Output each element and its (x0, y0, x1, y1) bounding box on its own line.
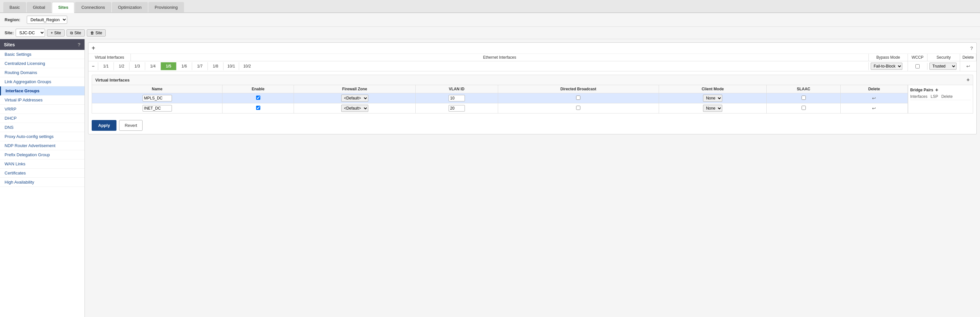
vi-firewall-zone-cell-1: <Default> (294, 93, 415, 103)
vi-undo-icon-1[interactable]: ↩ (872, 95, 876, 101)
sidebar-item-vrrp[interactable]: VRRP (0, 105, 84, 114)
port-1-2-button[interactable]: 1/2 (114, 62, 129, 70)
security-header-label: Security (928, 54, 960, 61)
sidebar-item-wan-links[interactable]: WAN Links (0, 160, 84, 169)
add-site-button[interactable]: + Site (47, 29, 65, 36)
vi-header-row: Virtual Interfaces + (92, 74, 973, 85)
port-1-1-button[interactable]: 1/1 (98, 62, 114, 70)
bridge-pairs-col-lsp: LSP (931, 94, 938, 99)
tab-optimization[interactable]: Optimization (112, 2, 148, 13)
port-1-7-button[interactable]: 1/7 (192, 62, 208, 70)
revert-button[interactable]: Revert (119, 120, 143, 131)
add-virtual-interface-button[interactable]: + (967, 77, 970, 83)
vi-vlan-id-input-1[interactable] (449, 95, 465, 101)
port-1-8-button[interactable]: 1/8 (208, 62, 223, 70)
add-bridge-pair-button[interactable]: + (935, 87, 938, 93)
tab-global[interactable]: Global (27, 2, 51, 13)
vi-slaac-cell-2 (767, 103, 841, 114)
vi-directed-broadcast-checkbox-1[interactable] (576, 95, 581, 100)
wccp-checkbox[interactable] (915, 64, 920, 68)
sidebar-item-prefix-delegation-group[interactable]: Prefix Delegation Group (0, 151, 84, 160)
sidebar-item-high-availability[interactable]: High Availability (0, 178, 84, 187)
vi-combined: Name Enable Firewall Zone VLAN ID Direct… (92, 85, 973, 114)
sidebar-item-ndp-router-advertisement[interactable]: NDP Router Advertisement (0, 141, 84, 151)
top-navigation: Basic Global Sites Connections Optimizat… (0, 0, 980, 13)
vi-delete-cell-1: ↩ (840, 93, 908, 103)
vi-name-input-1[interactable] (143, 95, 172, 101)
col-firewall-zone: Firewall Zone (294, 85, 415, 93)
vi-enable-cell-2 (223, 103, 294, 114)
port-1-4-button[interactable]: 1/4 (145, 62, 161, 70)
vi-client-mode-cell-2: None (659, 103, 767, 114)
tab-basic[interactable]: Basic (3, 2, 26, 13)
sidebar-item-virtual-ip-addresses[interactable]: Virtual IP Addresses (0, 95, 84, 105)
bridge-pairs-title: Bridge Pairs (910, 88, 933, 92)
col-enable: Enable (223, 85, 294, 93)
port-1-6-button[interactable]: 1/6 (177, 62, 192, 70)
copy-site-button[interactable]: ⧉ Site (67, 29, 85, 36)
sidebar-item-dhcp[interactable]: DHCP (0, 114, 84, 123)
vi-slaac-checkbox-1[interactable] (802, 95, 806, 100)
vi-directed-broadcast-cell-2 (498, 103, 659, 114)
sidebar-item-interface-groups[interactable]: Interface Groups (0, 86, 84, 95)
vi-undo-icon-2[interactable]: ↩ (872, 106, 876, 111)
sidebar-item-routing-domains[interactable]: Routing Domains (0, 68, 84, 77)
region-select[interactable]: Default_Region (27, 16, 67, 24)
ports-container: 1/1 1/2 1/3 1/4 1/5 1/6 1/7 1/8 10/1 10/… (98, 62, 869, 70)
bottom-actions: Apply Revert (88, 117, 977, 134)
ethernet-interfaces-header-label: Ethernet Interfaces (131, 54, 869, 61)
vi-vlan-id-input-2[interactable] (449, 105, 465, 111)
virtual-interfaces-title: Virtual Interfaces (95, 78, 965, 82)
vi-name-cell (92, 93, 223, 103)
sidebar-item-certificates[interactable]: Certificates (0, 169, 84, 178)
port-1-5-button[interactable]: 1/5 (161, 62, 177, 70)
sidebar-item-basic-settings[interactable]: Basic Settings (0, 50, 84, 59)
vi-enable-checkbox-1[interactable] (256, 95, 260, 100)
region-label: Region: (5, 17, 20, 22)
vi-firewall-zone-select-1[interactable]: <Default> (341, 95, 368, 102)
vi-client-mode-select-2[interactable]: None (703, 105, 722, 112)
port-10-1-button[interactable]: 10/1 (223, 62, 239, 70)
port-10-2-button[interactable]: 10/2 (239, 62, 255, 70)
sidebar-header: Sites ? (0, 39, 84, 50)
apply-button[interactable]: Apply (92, 120, 116, 131)
sidebar-item-proxy-auto-config[interactable]: Proxy Auto-config settings (0, 132, 84, 141)
vi-slaac-checkbox-2[interactable] (802, 106, 806, 110)
add-interface-group-button[interactable]: + (92, 45, 95, 52)
panel-top-row: + ? (88, 43, 977, 54)
sidebar-title: Sites (4, 42, 15, 47)
delete-site-button[interactable]: 🗑 Site (87, 29, 106, 36)
vi-vlan-id-cell-1 (415, 93, 498, 103)
region-row: Region: Default_Region (0, 13, 980, 27)
port-1-3-button[interactable]: 1/3 (129, 62, 145, 70)
tab-connections[interactable]: Connections (75, 2, 111, 13)
site-row: Site: SJC-DC + Site ⧉ Site 🗑 Site (0, 27, 980, 39)
wccp-header-label: WCCP (908, 54, 928, 61)
vi-name-input-2[interactable] (143, 105, 172, 111)
panel-help-icon[interactable]: ? (970, 45, 973, 51)
security-select[interactable]: Trusted Untrusted Custom (929, 63, 956, 70)
sidebar-item-centralized-licensing[interactable]: Centralized Licensing (0, 59, 84, 68)
vi-directed-broadcast-checkbox-2[interactable] (576, 106, 581, 110)
sidebar-help-icon[interactable]: ? (78, 42, 81, 47)
collapse-button[interactable]: − (88, 62, 98, 70)
tab-provisioning[interactable]: Provisioning (148, 2, 184, 13)
main-content: Sites ? Basic Settings Centralized Licen… (0, 39, 980, 317)
delete-site-label: Site (95, 31, 102, 35)
sidebar-item-dns[interactable]: DNS (0, 123, 84, 132)
bridge-pairs-section: Bridge Pairs + Interfaces LSP Delete (908, 85, 973, 114)
vi-firewall-zone-select-2[interactable]: <Default> (341, 105, 368, 112)
bridge-pairs-columns: Interfaces LSP Delete (910, 94, 971, 100)
tab-sites[interactable]: Sites (52, 2, 75, 13)
site-select[interactable]: SJC-DC (16, 29, 45, 37)
undo-icon[interactable]: ↩ (966, 63, 970, 69)
vi-delete-cell-2: ↩ (840, 103, 908, 114)
sidebar-item-link-aggregation-groups[interactable]: Link Aggregation Groups (0, 77, 84, 86)
col-delete: Delete (840, 85, 908, 93)
port-row: − 1/1 1/2 1/3 1/4 1/5 1/6 1/7 1/8 10/1 1… (88, 61, 977, 71)
vi-client-mode-select-1[interactable]: None (703, 95, 722, 102)
vi-enable-checkbox-2[interactable] (256, 106, 260, 110)
bypass-mode-select[interactable]: Fail-to-Block Fail-to-Wire None (871, 63, 902, 70)
wccp-cell (908, 63, 928, 70)
col-client-mode: Client Mode (659, 85, 767, 93)
